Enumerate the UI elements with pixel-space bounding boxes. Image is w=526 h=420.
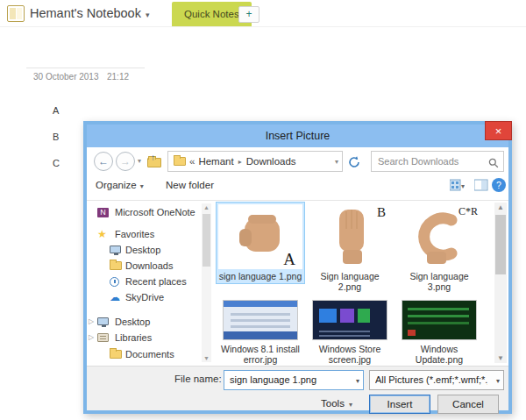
page-date: 30 October 2013 — [33, 72, 99, 82]
refresh-icon — [347, 155, 361, 169]
scroll-up-icon[interactable]: ▲ — [494, 203, 507, 211]
help-button[interactable]: ? — [492, 178, 506, 192]
file-list-scrollbar[interactable]: ▲ ▼ — [494, 203, 507, 363]
file-item-win81-error[interactable]: Windows 8.1 install error.jpg — [217, 296, 304, 367]
tools-label: Tools — [321, 398, 345, 409]
sidebar-label: Downloads — [125, 260, 173, 271]
file-name-field-label: File name: — [174, 374, 222, 384]
organize-label: Organize — [96, 180, 137, 190]
expander-icon[interactable]: ▷ — [89, 333, 94, 341]
views-icon: ▾ — [450, 179, 465, 191]
organize-menu[interactable]: Organize▾ — [96, 180, 144, 190]
scroll-up-icon[interactable]: ▲ — [202, 204, 211, 210]
file-item-windows-update[interactable]: Windows Update.png — [395, 296, 483, 367]
sidebar-label: Desktop — [115, 317, 150, 327]
letter-annotation: C*R — [458, 205, 478, 218]
notebook-icon[interactable] — [7, 5, 25, 22]
chevron-down-icon: ▾ — [146, 11, 150, 19]
notebook-title-text: Hemant's Notebook — [30, 6, 141, 20]
insert-button[interactable]: Insert — [369, 395, 430, 414]
breadcrumb-overflow-icon[interactable]: « — [189, 156, 195, 167]
file-type-combobox[interactable]: All Pictures (*.emf;*.wmf;*.jpg; ▾ — [369, 370, 504, 390]
history-dropdown-icon[interactable]: ▾ — [138, 157, 141, 165]
sidebar-item-favorites[interactable]: ★ Favorites — [87, 228, 201, 243]
up-one-level-button[interactable]: ↑ — [147, 154, 163, 167]
breadcrumb-dropdown-icon[interactable]: ▾ — [335, 158, 338, 166]
outline-item-a[interactable]: A — [53, 105, 59, 116]
sidebar-label: Desktop — [125, 245, 160, 255]
outline-item-b[interactable]: B — [53, 132, 59, 142]
search-icon[interactable] — [488, 156, 499, 172]
svg-text:▾: ▾ — [461, 182, 465, 190]
dialog-titlebar[interactable]: Insert Picture × — [87, 125, 508, 147]
dialog-body: ← → ▾ ↑ « Hemant ▸ Downloads ▾ — [87, 147, 508, 410]
expander-icon[interactable]: ▷ — [89, 317, 94, 325]
sidebar-item-desktop[interactable]: Desktop — [87, 244, 201, 259]
file-name-label: Sign language 3.png — [397, 271, 481, 292]
scroll-down-icon[interactable]: ▼ — [202, 355, 211, 361]
chevron-down-icon[interactable]: ▾ — [496, 377, 500, 385]
chevron-down-icon: ▾ — [140, 182, 144, 190]
file-item-sign-language-2[interactable]: B Sign language 2.png — [306, 203, 394, 294]
insert-picture-dialog: Insert Picture × ← → ▾ ↑ « Hemant ▸ Down… — [83, 121, 512, 414]
file-item-sign-language-3[interactable]: C*R Sign language 3.png — [395, 203, 483, 294]
downloads-icon — [110, 261, 122, 270]
page-title-rule — [26, 68, 145, 68]
up-arrow-icon: ↑ — [151, 153, 155, 162]
breadcrumb-item-downloads[interactable]: Downloads — [246, 156, 296, 167]
file-name-label: Windows 8.1 install error.jpg — [218, 344, 302, 365]
new-section-tab[interactable]: + — [238, 6, 259, 23]
desktop-icon — [97, 317, 109, 325]
sidebar-item-recent-places[interactable]: Recent places — [87, 275, 201, 290]
sidebar-label: Favorites — [115, 229, 154, 239]
cancel-button[interactable]: Cancel — [437, 395, 499, 414]
onenote-header: Hemant's Notebook▾ Quick Notes + — [0, 0, 526, 27]
sidebar-label: SkyDrive — [125, 292, 164, 303]
sidebar-item-documents[interactable]: Documents — [87, 348, 201, 363]
back-button[interactable]: ← — [94, 152, 113, 171]
file-name-label: sign language 1.png — [218, 271, 302, 281]
file-name-value: sign language 1.png — [230, 374, 347, 385]
views-button[interactable]: ▾ — [450, 179, 465, 195]
thumbnail-image: C*R — [397, 204, 481, 269]
sidebar-label: Microsoft OneNote — [115, 207, 195, 217]
outline-item-c[interactable]: C — [53, 158, 60, 168]
file-name-combobox[interactable]: sign language 1.png ▾ — [224, 370, 364, 390]
star-icon: ★ — [97, 230, 109, 239]
onenote-icon: N — [97, 208, 109, 217]
sidebar-item-libraries[interactable]: ▷ Libraries — [87, 331, 201, 346]
scrollbar-thumb[interactable] — [203, 214, 210, 267]
breadcrumb-item-hemant[interactable]: Hemant — [198, 156, 233, 167]
thumbnail-image — [308, 298, 392, 342]
sidebar-scrollbar[interactable]: ▲ ▼ — [202, 203, 211, 362]
file-item-sign-language-1[interactable]: A sign language 1.png — [217, 203, 304, 283]
sidebar-item-onenote[interactable]: N Microsoft OneNote — [87, 206, 201, 221]
letter-annotation: B — [377, 205, 386, 220]
sidebar-label: Documents — [125, 349, 174, 359]
sidebar-item-skydrive[interactable]: ☁ SkyDrive — [87, 291, 201, 306]
file-item-store-screen[interactable]: Windows Store screen.jpg — [306, 296, 394, 367]
preview-pane-button[interactable] — [474, 179, 488, 195]
sidebar-item-downloads[interactable]: Downloads — [87, 260, 201, 274]
libraries-icon — [97, 333, 109, 342]
documents-icon — [110, 350, 122, 359]
search-box — [371, 151, 504, 172]
chevron-down-icon[interactable]: ▾ — [356, 377, 359, 385]
chevron-right-icon: ▸ — [238, 158, 242, 166]
notebook-title[interactable]: Hemant's Notebook▾ — [30, 6, 149, 20]
chevron-down-icon: ▾ — [349, 401, 352, 409]
scroll-down-icon[interactable]: ▼ — [494, 354, 507, 362]
scrollbar-thumb[interactable] — [495, 215, 506, 274]
folder-icon — [174, 157, 186, 166]
refresh-button[interactable] — [347, 155, 361, 169]
forward-button[interactable]: → — [116, 152, 135, 171]
file-name-label: Windows Update.png — [397, 344, 481, 365]
tools-button[interactable]: Tools▾ — [311, 395, 362, 414]
sidebar-item-desktop-root[interactable]: ▷ Desktop — [87, 316, 201, 331]
new-folder-button[interactable]: New folder — [166, 180, 214, 190]
breadcrumb[interactable]: « Hemant ▸ Downloads ▾ — [167, 151, 343, 172]
search-input[interactable] — [372, 152, 484, 171]
close-button[interactable]: × — [485, 121, 512, 140]
desktop-icon — [110, 246, 121, 253]
toolbar-separator — [87, 200, 508, 201]
